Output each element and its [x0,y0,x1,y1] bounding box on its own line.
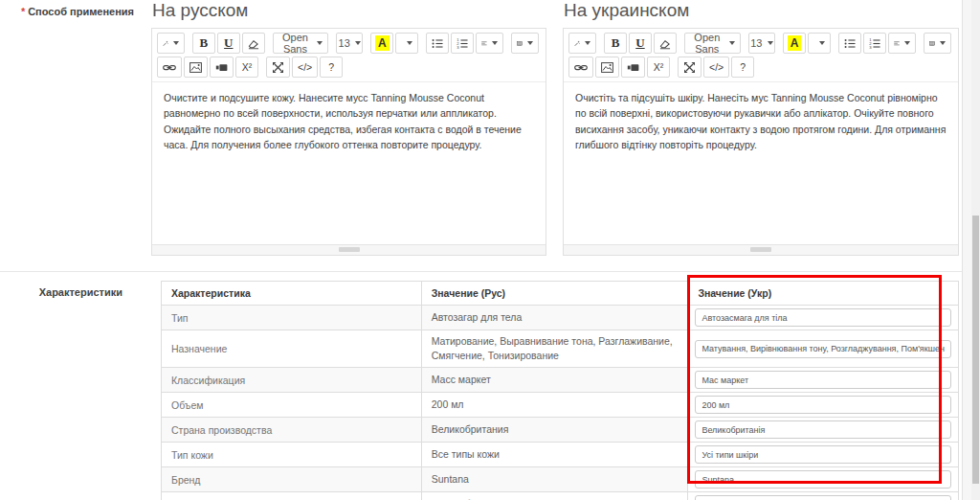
svg-text:3: 3 [457,45,460,50]
product-edit-page: *Способ применения На русском B U [0,0,980,500]
value-uk-input[interactable] [695,420,951,439]
style-dropdown-button[interactable] [568,33,596,54]
arrows-fullscreen-icon [683,61,696,74]
fullscreen-button[interactable] [266,57,290,78]
characteristic-name-cell: Объем [162,393,422,418]
unordered-list-button[interactable] [426,33,449,54]
chevron-down-icon [768,41,773,45]
eraser-icon [248,37,259,50]
video-button[interactable] [210,57,234,78]
chevron-down-icon [173,41,179,45]
characteristic-name-cell: Классификация [162,368,422,393]
ordered-list-icon: 123 [869,37,880,50]
field-label-text: Способ применения [28,6,134,17]
unordered-list-icon [844,37,856,50]
apply-method-field-label: *Способ применения [0,5,134,18]
image-button[interactable] [184,57,208,78]
resize-grip[interactable] [750,247,771,252]
editor-content[interactable]: Очистіть та підсушіть шкіру. Нанесіть му… [564,82,958,244]
characteristic-name-cell: Страна производства [162,418,422,443]
code-view-button[interactable]: </> [292,57,318,78]
characteristic-name-cell: Назначение [162,330,422,368]
table-row: Назначение Матирование, Выравнивание тон… [162,330,959,368]
value-uk-input[interactable] [695,396,951,414]
font-color-caret-button[interactable] [395,33,418,54]
editor-statusbar [152,244,546,255]
value-uk-input[interactable] [695,340,951,358]
editor-statusbar [564,244,958,255]
style-dropdown-button[interactable] [157,33,185,54]
superscript-button[interactable]: X² [647,57,670,78]
underline-button[interactable]: U [629,33,652,54]
font-size-dropdown[interactable]: 13 [748,33,775,54]
resize-grip[interactable] [339,247,360,252]
column-header-value-uk: Значение (Укр) [688,282,959,306]
editor-language-heading: На украинском [564,0,959,21]
characteristic-value-uk-cell [688,306,959,330]
font-color-button[interactable]: A [370,33,393,54]
characteristic-name-cell: Страна ТМ [162,492,422,500]
font-family-dropdown[interactable]: Open Sans [684,33,741,54]
editor-toolbar: B U Open Sans 13 [152,29,546,82]
value-uk-input[interactable] [695,445,951,464]
characteristics-section-label: Характеристики [0,286,122,298]
font-family-value: Open Sans [690,32,724,55]
chevron-down-icon [317,41,323,45]
unordered-list-button[interactable] [838,33,861,54]
link-button[interactable] [568,57,593,78]
underline-button[interactable]: U [217,33,240,54]
link-button[interactable] [157,57,182,78]
table-button[interactable] [924,33,951,54]
characteristic-value-ru-cell: Все типы кожи [421,443,688,467]
characteristic-value-uk-cell [688,368,959,393]
value-uk-input[interactable] [695,495,951,500]
chevron-down-icon [407,41,412,45]
fullscreen-button[interactable] [678,57,702,78]
paragraph-align-button[interactable] [888,33,916,54]
characteristic-value-ru-cell: Автозагар для тела [421,306,688,330]
bold-button[interactable]: B [604,33,627,54]
characteristic-value-ru-cell: Suntana [421,467,688,492]
table-button[interactable] [511,33,539,54]
characteristic-value-ru-cell: Великобритания [421,492,688,500]
chevron-down-icon [940,41,946,45]
value-uk-input[interactable] [695,308,951,327]
help-button[interactable]: ? [320,57,343,78]
scrollbar-track[interactable] [971,0,980,500]
chevron-down-icon [729,41,735,45]
bold-button[interactable]: B [192,33,215,54]
required-asterisk: * [21,6,25,17]
value-uk-input[interactable] [695,371,951,389]
video-icon [627,61,639,74]
video-button[interactable] [621,57,645,78]
image-button[interactable] [595,57,619,78]
font-family-value: Open Sans [278,32,312,55]
font-size-dropdown[interactable]: 13 [336,33,363,54]
font-size-value: 13 [339,37,350,49]
clear-format-button[interactable] [242,33,265,54]
ordered-list-button[interactable]: 123 [451,33,474,54]
characteristic-value-ru-cell: 200 мл [421,393,688,418]
table-row: Тип Автозагар для тела [162,306,959,330]
magic-wand-icon [163,37,168,50]
help-button[interactable]: ? [731,57,754,78]
scrollbar-thumb[interactable] [972,216,979,484]
language-editor-block: На русском B U Open Sans [151,0,546,256]
value-uk-input[interactable] [695,470,951,489]
font-color-caret-button[interactable] [808,33,831,54]
code-view-button[interactable]: </> [703,57,729,78]
font-color-button[interactable]: A [783,33,806,54]
unordered-list-icon [432,37,443,50]
chevron-down-icon [819,41,825,45]
editor-content[interactable]: Очистите и подсушите кожу. Нанесите мусс… [152,82,546,244]
editor-toolbar: B U Open Sans 13 [564,29,958,82]
paragraph-align-button[interactable] [476,33,503,54]
richtext-editor: B U Open Sans 13 [151,28,546,256]
characteristic-value-uk-cell [688,330,959,368]
font-family-dropdown[interactable]: Open Sans [273,33,328,54]
ordered-list-button[interactable]: 123 [863,33,886,54]
superscript-button[interactable]: X² [235,57,258,78]
clear-format-button[interactable] [654,33,677,54]
column-header-value-ru: Значение (Рус) [421,282,688,306]
arrows-fullscreen-icon [272,61,284,74]
